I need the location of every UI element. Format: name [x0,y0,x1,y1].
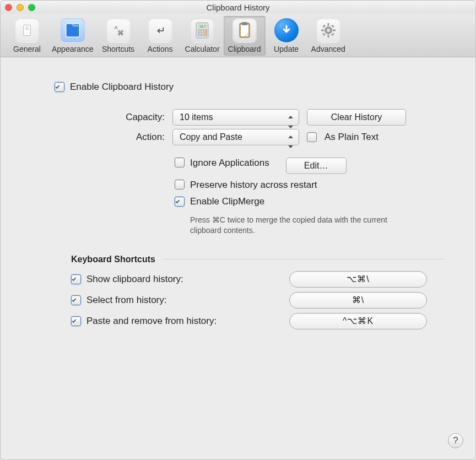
action-popup[interactable]: Copy and Paste [172,129,299,145]
tab-appearance[interactable]: Appearance [48,16,98,56]
svg-rect-15 [203,34,205,36]
gear-icon [316,18,340,42]
svg-point-21 [327,29,330,32]
svg-rect-10 [198,32,200,34]
ignore-applications-label: Ignore Applications [190,158,269,169]
svg-rect-23 [327,35,329,37]
tab-label: Actions [148,45,173,53]
window-traffic-lights [5,4,35,11]
tab-label: Appearance [52,45,94,53]
tab-actions[interactable]: Actions [139,16,181,56]
tab-label: Advanced [311,45,345,53]
edit-button-label: Edit… [304,161,328,171]
clipmerge-hint: Press ⌘C twice to merge the copied data … [190,215,388,236]
enable-clipmerge-label: Enable ClipMerge [190,196,264,207]
svg-rect-19 [242,22,247,25]
download-arrow-icon [274,18,299,42]
svg-rect-11 [201,32,203,34]
minimize-window-button[interactable] [17,4,24,11]
svg-rect-7 [198,29,200,31]
keyboard-shortcuts-header: Keyboard Shortcuts [71,255,155,264]
clipboard-icon [232,18,257,42]
tab-label: Clipboard [228,45,261,53]
tab-update[interactable]: Update [266,16,307,56]
action-value: Copy and Paste [180,132,242,142]
zoom-window-button[interactable] [28,4,35,11]
window-title: Clipboard History [206,3,269,12]
svg-rect-24 [321,30,324,31]
tab-label: General [13,45,41,53]
action-label: Action: [110,132,165,143]
edit-ignore-applications-button[interactable]: Edit… [286,158,347,174]
tab-general[interactable]: General [6,16,48,56]
paste-and-remove-shortcut-checkbox[interactable] [71,316,81,326]
tab-label: Calculator [185,45,220,53]
shortcut-keys: ^⌥⌘K [343,316,374,326]
tab-clipboard[interactable]: Clipboard [224,16,266,56]
titlebar: Clipboard History [1,1,475,14]
close-window-button[interactable] [5,4,12,11]
clear-history-button[interactable]: Clear History [307,109,406,126]
clear-history-label: Clear History [331,112,382,122]
preferences-window: Clipboard History General Appearance A⌘ … [0,0,476,460]
svg-text:⌘: ⌘ [117,29,124,37]
as-plain-text-label: As Plain Text [324,132,378,143]
tab-label: Shortcuts [102,45,134,53]
capacity-popup[interactable]: 10 items [172,109,299,126]
enable-clipboard-history-checkbox[interactable] [55,82,64,92]
ignore-applications-checkbox[interactable] [175,158,185,167]
help-button[interactable]: ? [448,433,463,448]
divider [163,259,443,259]
svg-rect-13 [198,34,200,36]
shortcut-label: Show clipboard history: [86,274,183,285]
stepper-arrows-icon [288,111,296,123]
tab-calculator[interactable]: 13,7 Calculator [181,16,224,56]
svg-rect-12 [203,32,205,34]
svg-rect-1 [25,26,28,30]
preferences-toolbar: General Appearance A⌘ Shortcuts Actions … [1,14,475,57]
enable-clipboard-history-label: Enable Clipboard History [70,82,174,93]
calculator-icon: 13,7 [190,18,214,42]
appearance-icon [61,18,85,42]
shortcut-keys: ⌥⌘\ [347,274,369,284]
shortcut-keys: ⌘\ [352,295,364,305]
paste-and-remove-shortcut-field[interactable]: ^⌥⌘K [289,313,427,329]
svg-rect-25 [333,30,336,31]
shortcuts-icon: A⌘ [106,18,131,42]
svg-rect-26 [322,25,326,28]
show-clipboard-history-shortcut-checkbox[interactable] [71,274,81,284]
svg-rect-22 [327,23,329,26]
tab-shortcuts[interactable]: A⌘ Shortcuts [98,16,139,56]
svg-rect-29 [322,33,326,36]
stepper-arrows-icon [288,131,296,143]
capacity-label: Capacity: [110,112,165,123]
tab-label: Update [274,45,299,53]
shortcut-label: Paste and remove from history: [86,316,217,327]
svg-rect-9 [203,29,205,31]
switch-icon [15,18,39,42]
return-key-icon [148,18,172,42]
svg-rect-28 [331,25,334,28]
svg-rect-14 [201,34,203,36]
tab-advanced[interactable]: Advanced [307,16,349,56]
help-icon: ? [453,435,458,446]
preserve-history-label: Preserve history across restart [190,180,317,191]
svg-rect-27 [331,33,334,36]
svg-text:13,7: 13,7 [199,25,206,28]
as-plain-text-checkbox[interactable] [307,132,317,142]
enable-clipmerge-checkbox[interactable] [175,197,185,207]
shortcut-label: Select from history: [86,295,167,306]
capacity-value: 10 items [180,112,213,122]
select-from-history-shortcut-field[interactable]: ⌘\ [289,292,427,309]
preserve-history-checkbox[interactable] [175,180,185,190]
show-clipboard-history-shortcut-field[interactable]: ⌥⌘\ [289,271,427,288]
content-pane: Enable Clipboard History Capacity: 10 it… [1,57,475,459]
svg-rect-8 [201,29,203,31]
svg-rect-16 [205,29,207,36]
select-from-history-shortcut-checkbox[interactable] [71,295,81,305]
